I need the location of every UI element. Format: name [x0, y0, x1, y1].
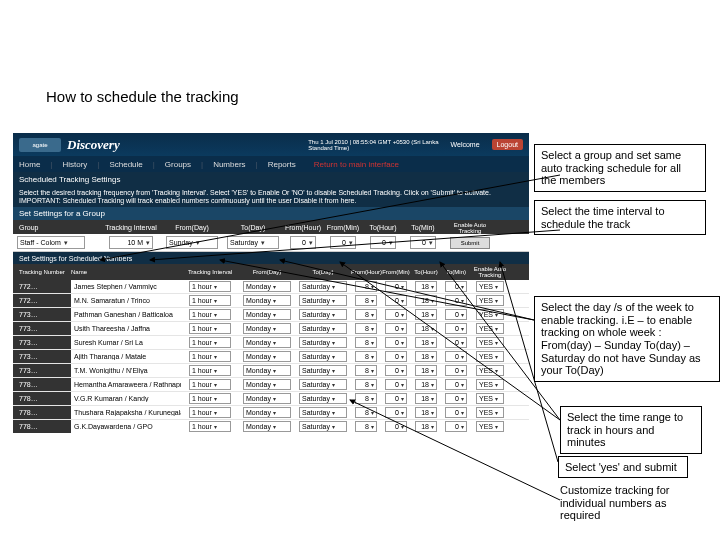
- nav-numbers[interactable]: Numbers: [213, 160, 245, 169]
- row-to-day-select[interactable]: Saturday: [299, 365, 347, 376]
- row-interval-select[interactable]: 1 hour: [189, 365, 231, 376]
- row-enable-select[interactable]: YES: [476, 323, 504, 334]
- row-from-hour-select[interactable]: 8: [355, 337, 377, 348]
- row-from-min-select[interactable]: 0: [385, 393, 407, 404]
- row-to-hour-select[interactable]: 18: [415, 309, 437, 320]
- to-hour-select[interactable]: 0: [370, 236, 396, 249]
- row-interval-select[interactable]: 1 hour: [189, 337, 231, 348]
- row-interval-select[interactable]: 1 hour: [189, 323, 231, 334]
- row-from-day-select[interactable]: Monday: [243, 407, 291, 418]
- row-to-hour-select[interactable]: 18: [415, 281, 437, 292]
- row-from-day-select[interactable]: Monday: [243, 309, 291, 320]
- row-to-min-select[interactable]: 0: [445, 407, 467, 418]
- row-to-min-select[interactable]: 0: [445, 365, 467, 376]
- submit-button[interactable]: Submit: [450, 237, 490, 249]
- row-from-day-select[interactable]: Monday: [243, 295, 291, 306]
- return-link[interactable]: Return to main interface: [314, 160, 399, 169]
- row-interval-select[interactable]: 1 hour: [189, 379, 231, 390]
- row-to-min-select[interactable]: 0: [445, 351, 467, 362]
- row-from-day-select[interactable]: Monday: [243, 337, 291, 348]
- row-to-day-select[interactable]: Saturday: [299, 393, 347, 404]
- row-from-hour-select[interactable]: 8: [355, 323, 377, 334]
- row-enable-select[interactable]: YES: [476, 421, 504, 432]
- row-to-day-select[interactable]: Saturday: [299, 337, 347, 348]
- row-from-min-select[interactable]: 0: [385, 309, 407, 320]
- row-from-hour-select[interactable]: 8: [355, 351, 377, 362]
- row-to-hour-select[interactable]: 18: [415, 337, 437, 348]
- from-day-select[interactable]: Sunday: [166, 236, 218, 249]
- row-interval-select[interactable]: 1 hour: [189, 421, 231, 432]
- group-select[interactable]: Staff - Colom: [17, 236, 85, 249]
- logout-button[interactable]: Logout: [492, 139, 523, 150]
- row-from-min-select[interactable]: 0: [385, 407, 407, 418]
- row-from-min-select[interactable]: 0: [385, 295, 407, 306]
- row-to-hour-select[interactable]: 18: [415, 393, 437, 404]
- row-enable-select[interactable]: YES: [476, 379, 504, 390]
- row-from-hour-select[interactable]: 8: [355, 309, 377, 320]
- row-from-min-select[interactable]: 0: [385, 281, 407, 292]
- row-interval-select[interactable]: 1 hour: [189, 407, 231, 418]
- row-from-day-select[interactable]: Monday: [243, 351, 291, 362]
- row-to-day-select[interactable]: Saturday: [299, 407, 347, 418]
- row-to-min-select[interactable]: 0: [445, 281, 467, 292]
- row-enable-select[interactable]: YES: [476, 351, 504, 362]
- row-to-hour-select[interactable]: 18: [415, 379, 437, 390]
- row-from-hour-select[interactable]: 8: [355, 393, 377, 404]
- from-hour-select[interactable]: 0: [290, 236, 316, 249]
- nav-schedule[interactable]: Schedule: [109, 160, 142, 169]
- to-day-select[interactable]: Saturday: [227, 236, 279, 249]
- row-interval-select[interactable]: 1 hour: [189, 309, 231, 320]
- row-from-min-select[interactable]: 0: [385, 379, 407, 390]
- row-to-min-select[interactable]: 0: [445, 309, 467, 320]
- row-to-hour-select[interactable]: 18: [415, 365, 437, 376]
- row-to-min-select[interactable]: 0: [445, 379, 467, 390]
- row-to-min-select[interactable]: 0: [445, 421, 467, 432]
- row-enable-select[interactable]: YES: [476, 407, 504, 418]
- nav-home[interactable]: Home: [19, 160, 40, 169]
- row-to-day-select[interactable]: Saturday: [299, 323, 347, 334]
- row-enable-select[interactable]: YES: [476, 309, 504, 320]
- row-from-hour-select[interactable]: 8: [355, 365, 377, 376]
- nav-groups[interactable]: Groups: [165, 160, 191, 169]
- row-to-day-select[interactable]: Saturday: [299, 351, 347, 362]
- row-from-min-select[interactable]: 0: [385, 337, 407, 348]
- interval-select[interactable]: 10 M: [109, 236, 153, 249]
- row-to-min-select[interactable]: 0: [445, 337, 467, 348]
- row-to-hour-select[interactable]: 18: [415, 295, 437, 306]
- row-to-hour-select[interactable]: 18: [415, 351, 437, 362]
- row-enable-select[interactable]: YES: [476, 295, 504, 306]
- row-to-hour-select[interactable]: 18: [415, 421, 437, 432]
- row-to-day-select[interactable]: Saturday: [299, 281, 347, 292]
- row-enable-select[interactable]: YES: [476, 365, 504, 376]
- row-to-day-select[interactable]: Saturday: [299, 421, 347, 432]
- row-from-day-select[interactable]: Monday: [243, 393, 291, 404]
- row-from-min-select[interactable]: 0: [385, 365, 407, 376]
- row-enable-select[interactable]: YES: [476, 337, 504, 348]
- row-from-min-select[interactable]: 0: [385, 323, 407, 334]
- row-interval-select[interactable]: 1 hour: [189, 393, 231, 404]
- row-from-day-select[interactable]: Monday: [243, 365, 291, 376]
- row-from-hour-select[interactable]: 8: [355, 407, 377, 418]
- row-to-min-select[interactable]: 0: [445, 295, 467, 306]
- row-from-min-select[interactable]: 0: [385, 421, 407, 432]
- row-to-hour-select[interactable]: 18: [415, 407, 437, 418]
- row-from-day-select[interactable]: Monday: [243, 421, 291, 432]
- row-from-day-select[interactable]: Monday: [243, 281, 291, 292]
- row-enable-select[interactable]: YES: [476, 393, 504, 404]
- row-to-min-select[interactable]: 0: [445, 323, 467, 334]
- row-to-day-select[interactable]: Saturday: [299, 295, 347, 306]
- to-min-select[interactable]: 0: [410, 236, 436, 249]
- row-from-hour-select[interactable]: 8: [355, 295, 377, 306]
- row-from-hour-select[interactable]: 8: [355, 421, 377, 432]
- row-interval-select[interactable]: 1 hour: [189, 281, 231, 292]
- row-from-min-select[interactable]: 0: [385, 351, 407, 362]
- row-interval-select[interactable]: 1 hour: [189, 295, 231, 306]
- row-to-min-select[interactable]: 0: [445, 393, 467, 404]
- row-from-day-select[interactable]: Monday: [243, 323, 291, 334]
- nav-reports[interactable]: Reports: [268, 160, 296, 169]
- row-to-day-select[interactable]: Saturday: [299, 309, 347, 320]
- row-from-hour-select[interactable]: 8: [355, 379, 377, 390]
- from-min-select[interactable]: 0: [330, 236, 356, 249]
- row-from-day-select[interactable]: Monday: [243, 379, 291, 390]
- nav-history[interactable]: History: [62, 160, 87, 169]
